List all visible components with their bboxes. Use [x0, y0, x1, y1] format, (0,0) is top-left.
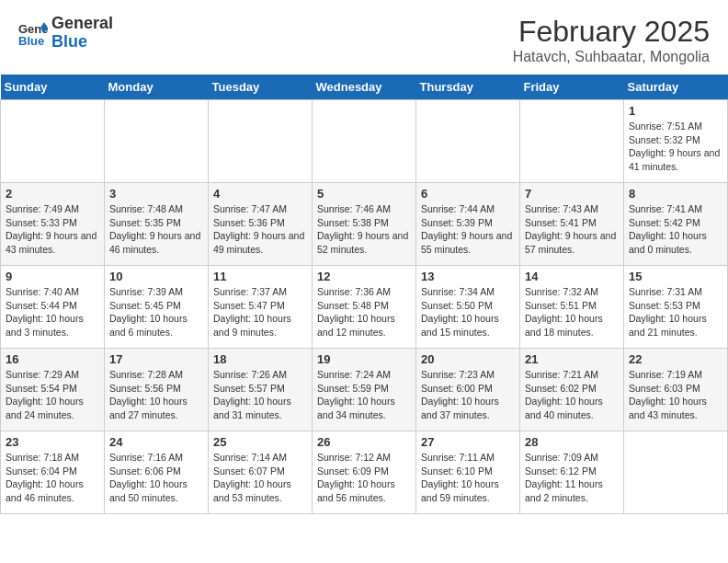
day-info: Sunrise: 7:47 AM Sunset: 5:36 PM Dayligh… — [213, 202, 307, 257]
svg-text:Blue: Blue — [18, 34, 44, 46]
day-cell: 2Sunrise: 7:49 AM Sunset: 5:33 PM Daylig… — [1, 183, 105, 266]
day-cell: 12Sunrise: 7:36 AM Sunset: 5:48 PM Dayli… — [313, 266, 416, 349]
day-info: Sunrise: 7:34 AM Sunset: 5:50 PM Dayligh… — [421, 285, 515, 339]
week-row-1: 1Sunrise: 7:51 AM Sunset: 5:32 PM Daylig… — [1, 100, 728, 183]
day-cell: 16Sunrise: 7:29 AM Sunset: 5:54 PM Dayli… — [1, 349, 105, 431]
day-cell: 9Sunrise: 7:40 AM Sunset: 5:44 PM Daylig… — [1, 266, 105, 349]
day-info: Sunrise: 7:29 AM Sunset: 5:54 PM Dayligh… — [6, 368, 99, 422]
day-number: 27 — [421, 435, 515, 449]
day-info: Sunrise: 7:51 AM Sunset: 5:32 PM Dayligh… — [629, 120, 722, 174]
day-cell: 8Sunrise: 7:41 AM Sunset: 5:42 PM Daylig… — [624, 183, 728, 266]
day-info: Sunrise: 7:16 AM Sunset: 6:06 PM Dayligh… — [109, 451, 203, 505]
day-cell — [105, 100, 209, 183]
day-cell: 11Sunrise: 7:37 AM Sunset: 5:47 PM Dayli… — [209, 266, 313, 349]
day-info: Sunrise: 7:24 AM Sunset: 5:59 PM Dayligh… — [317, 368, 411, 422]
day-info: Sunrise: 7:43 AM Sunset: 5:41 PM Dayligh… — [525, 202, 619, 257]
day-cell — [209, 100, 313, 183]
day-cell — [416, 100, 520, 183]
weekday-header-monday: Monday — [105, 75, 209, 100]
day-number: 20 — [421, 352, 515, 366]
day-cell — [313, 100, 416, 183]
day-number: 15 — [629, 270, 722, 283]
day-cell: 5Sunrise: 7:46 AM Sunset: 5:38 PM Daylig… — [313, 183, 416, 266]
day-info: Sunrise: 7:49 AM Sunset: 5:33 PM Dayligh… — [6, 202, 99, 257]
day-info: Sunrise: 7:19 AM Sunset: 6:03 PM Dayligh… — [629, 368, 722, 422]
weekday-header-row: SundayMondayTuesdayWednesdayThursdayFrid… — [1, 75, 728, 100]
weekday-header-wednesday: Wednesday — [313, 75, 416, 100]
day-number: 8 — [629, 187, 722, 201]
day-number: 22 — [629, 352, 722, 366]
day-number: 17 — [109, 352, 203, 366]
day-number: 6 — [421, 187, 515, 201]
day-cell: 6Sunrise: 7:44 AM Sunset: 5:39 PM Daylig… — [416, 183, 520, 266]
day-number: 26 — [317, 435, 411, 449]
day-cell: 21Sunrise: 7:21 AM Sunset: 6:02 PM Dayli… — [520, 349, 624, 431]
day-info: Sunrise: 7:46 AM Sunset: 5:38 PM Dayligh… — [317, 202, 411, 257]
day-number: 4 — [213, 187, 307, 201]
day-number: 5 — [317, 187, 411, 201]
day-number: 7 — [525, 187, 619, 201]
day-cell: 19Sunrise: 7:24 AM Sunset: 5:59 PM Dayli… — [313, 349, 416, 431]
day-cell: 17Sunrise: 7:28 AM Sunset: 5:56 PM Dayli… — [105, 349, 209, 431]
weekday-header-saturday: Saturday — [624, 75, 728, 100]
day-info: Sunrise: 7:37 AM Sunset: 5:47 PM Dayligh… — [213, 285, 307, 339]
day-info: Sunrise: 7:31 AM Sunset: 5:53 PM Dayligh… — [629, 285, 722, 339]
day-cell: 13Sunrise: 7:34 AM Sunset: 5:50 PM Dayli… — [416, 266, 520, 349]
week-row-3: 9Sunrise: 7:40 AM Sunset: 5:44 PM Daylig… — [1, 266, 728, 349]
logo-icon: General Blue — [18, 20, 48, 46]
day-number: 13 — [421, 270, 515, 283]
day-cell: 3Sunrise: 7:48 AM Sunset: 5:35 PM Daylig… — [105, 183, 209, 266]
day-info: Sunrise: 7:41 AM Sunset: 5:42 PM Dayligh… — [629, 202, 722, 257]
title-area: February 2025 Hatavch, Suhbaatar, Mongol… — [513, 15, 710, 65]
day-number: 25 — [213, 435, 307, 449]
day-number: 18 — [213, 352, 307, 366]
day-number: 24 — [109, 435, 203, 449]
day-cell: 23Sunrise: 7:18 AM Sunset: 6:04 PM Dayli… — [1, 431, 105, 514]
day-cell — [624, 431, 728, 514]
day-cell: 26Sunrise: 7:12 AM Sunset: 6:09 PM Dayli… — [313, 431, 416, 514]
day-number: 2 — [6, 187, 99, 201]
weekday-header-tuesday: Tuesday — [209, 75, 313, 100]
day-number: 11 — [213, 270, 307, 283]
calendar-table: SundayMondayTuesdayWednesdayThursdayFrid… — [0, 75, 728, 514]
day-number: 21 — [525, 352, 619, 366]
day-info: Sunrise: 7:21 AM Sunset: 6:02 PM Dayligh… — [525, 368, 619, 422]
day-number: 1 — [629, 104, 722, 118]
day-info: Sunrise: 7:39 AM Sunset: 5:45 PM Dayligh… — [109, 285, 203, 339]
day-cell: 24Sunrise: 7:16 AM Sunset: 6:06 PM Dayli… — [105, 431, 209, 514]
day-info: Sunrise: 7:11 AM Sunset: 6:10 PM Dayligh… — [421, 451, 515, 505]
day-cell: 14Sunrise: 7:32 AM Sunset: 5:51 PM Dayli… — [520, 266, 624, 349]
day-number: 28 — [525, 435, 619, 449]
logo-text: General Blue — [51, 15, 113, 52]
weekday-header-friday: Friday — [520, 75, 624, 100]
day-info: Sunrise: 7:23 AM Sunset: 6:00 PM Dayligh… — [421, 368, 515, 422]
day-cell: 15Sunrise: 7:31 AM Sunset: 5:53 PM Dayli… — [624, 266, 728, 349]
day-number: 16 — [6, 352, 99, 366]
location-title: Hatavch, Suhbaatar, Mongolia — [513, 49, 710, 65]
week-row-2: 2Sunrise: 7:49 AM Sunset: 5:33 PM Daylig… — [1, 183, 728, 266]
day-info: Sunrise: 7:28 AM Sunset: 5:56 PM Dayligh… — [109, 368, 203, 422]
day-info: Sunrise: 7:48 AM Sunset: 5:35 PM Dayligh… — [109, 202, 203, 257]
day-number: 9 — [6, 270, 99, 283]
month-title: February 2025 — [513, 15, 710, 49]
week-row-4: 16Sunrise: 7:29 AM Sunset: 5:54 PM Dayli… — [1, 349, 728, 431]
day-info: Sunrise: 7:32 AM Sunset: 5:51 PM Dayligh… — [525, 285, 619, 339]
day-cell: 7Sunrise: 7:43 AM Sunset: 5:41 PM Daylig… — [520, 183, 624, 266]
day-info: Sunrise: 7:36 AM Sunset: 5:48 PM Dayligh… — [317, 285, 411, 339]
day-info: Sunrise: 7:09 AM Sunset: 6:12 PM Dayligh… — [525, 451, 619, 505]
day-info: Sunrise: 7:12 AM Sunset: 6:09 PM Dayligh… — [317, 451, 411, 505]
day-cell: 18Sunrise: 7:26 AM Sunset: 5:57 PM Dayli… — [209, 349, 313, 431]
day-cell: 25Sunrise: 7:14 AM Sunset: 6:07 PM Dayli… — [209, 431, 313, 514]
day-cell: 1Sunrise: 7:51 AM Sunset: 5:32 PM Daylig… — [624, 100, 728, 183]
day-cell: 22Sunrise: 7:19 AM Sunset: 6:03 PM Dayli… — [624, 349, 728, 431]
day-cell — [1, 100, 105, 183]
day-cell: 27Sunrise: 7:11 AM Sunset: 6:10 PM Dayli… — [416, 431, 520, 514]
day-cell: 10Sunrise: 7:39 AM Sunset: 5:45 PM Dayli… — [105, 266, 209, 349]
day-cell: 20Sunrise: 7:23 AM Sunset: 6:00 PM Dayli… — [416, 349, 520, 431]
page-header: General Blue General Blue February 2025 … — [0, 0, 728, 75]
day-number: 10 — [109, 270, 203, 283]
day-number: 14 — [525, 270, 619, 283]
logo-blue: Blue — [51, 33, 113, 52]
day-number: 12 — [317, 270, 411, 283]
week-row-5: 23Sunrise: 7:18 AM Sunset: 6:04 PM Dayli… — [1, 431, 728, 514]
